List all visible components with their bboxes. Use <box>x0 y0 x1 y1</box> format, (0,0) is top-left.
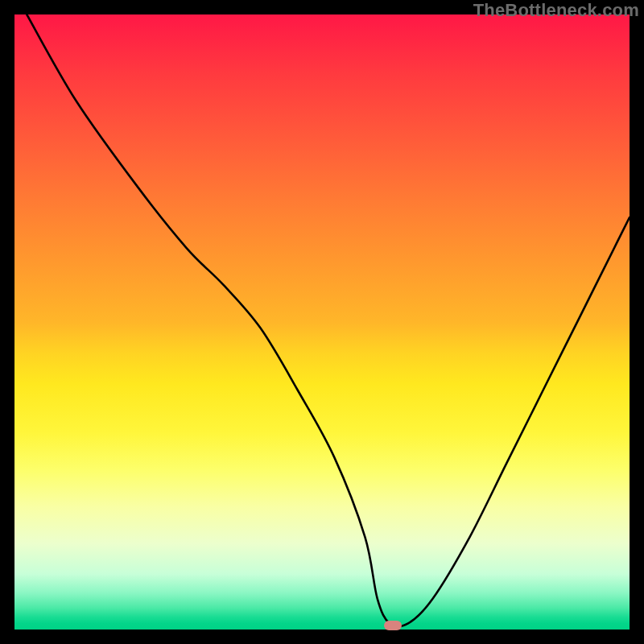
curve-path <box>27 14 630 626</box>
chart-frame: TheBottleneck.com <box>0 0 644 644</box>
plot-area <box>14 14 630 630</box>
bottleneck-curve <box>14 14 630 630</box>
optimal-marker <box>384 621 402 630</box>
watermark-text: TheBottleneck.com <box>473 0 639 21</box>
